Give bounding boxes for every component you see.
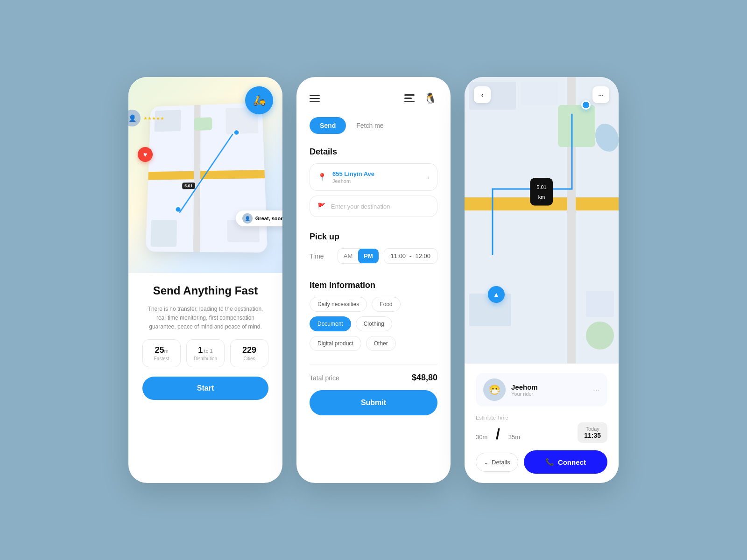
hero-section: 5.01 🛵 👤 ★★★★★ ♥ 👤 Great, soon. xyxy=(128,77,282,273)
tag-daily-necessities[interactable]: Daily necessities xyxy=(310,297,367,312)
screen1-title: Send Anything Fast xyxy=(153,284,258,297)
current-location-pin: ▲ xyxy=(488,286,505,303)
menu-line-1 xyxy=(310,95,320,96)
distance-badge: 5.01 km xyxy=(530,178,553,205)
route-svg xyxy=(465,77,619,364)
screen-landing: 5.01 🛵 👤 ★★★★★ ♥ 👤 Great, soon. Send A xyxy=(128,77,282,483)
time-main-value: 30 xyxy=(476,434,482,441)
stat-fastest-label: Fastest xyxy=(147,356,176,361)
estimate-section: Estimate Time 30m / 35m Today 11:35 xyxy=(476,415,607,443)
estimate-time: 30m / 35m xyxy=(476,426,520,443)
avatar: 👤 xyxy=(128,110,141,126)
time-secondary-unit: m xyxy=(515,434,520,441)
tag-food[interactable]: Food xyxy=(372,297,400,312)
submit-button[interactable]: Submit xyxy=(310,390,437,415)
chevron-down-icon: ⌄ xyxy=(484,459,489,466)
stat-cities-label: Cities xyxy=(234,356,264,361)
tag-other[interactable]: Other xyxy=(366,336,396,351)
time-dash: - xyxy=(409,252,411,259)
rider-avatar: 😷 xyxy=(483,378,506,401)
price-row: Tatal price $48,80 xyxy=(310,364,437,383)
back-button[interactable]: ‹ xyxy=(474,86,491,103)
pickup-location-card[interactable]: 📍 655 Linyin Ave Jeehom › xyxy=(310,163,437,191)
bubble-avatar: 👤 xyxy=(242,213,253,224)
distance-value: 5.01 xyxy=(536,184,546,190)
menu-line-2 xyxy=(310,98,320,99)
svg-rect-2 xyxy=(404,98,412,99)
time-main-unit: m xyxy=(482,434,487,441)
svg-rect-3 xyxy=(404,101,415,102)
stat-fastest-value: 25m xyxy=(147,345,176,355)
rider-options-button[interactable]: ··· xyxy=(593,385,600,395)
today-label: Today xyxy=(584,426,601,432)
tab-send[interactable]: Send xyxy=(310,117,346,134)
profile-icon[interactable]: 🐧 xyxy=(423,91,437,106)
menu-line-3 xyxy=(310,101,320,102)
bubble-text: Great, soon. xyxy=(255,216,282,221)
time-am[interactable]: AM xyxy=(338,249,359,263)
location-chevron-icon: › xyxy=(427,174,430,181)
item-info-section: Item information Daily necessities Food … xyxy=(310,280,437,351)
destination-pin xyxy=(581,100,591,110)
tag-document[interactable]: Document xyxy=(310,316,351,331)
today-badge: Today 11:35 xyxy=(578,422,607,443)
destination-placeholder: Enter your destination xyxy=(331,203,390,210)
stat-cities: 229 Cities xyxy=(230,339,268,367)
time-pm[interactable]: PM xyxy=(358,249,379,263)
rider-name: Jeehom xyxy=(511,383,587,391)
stat-cities-value: 229 xyxy=(234,345,264,355)
pickup-address: 655 Linyin Ave xyxy=(332,170,422,177)
pickup-location-icon: 📍 xyxy=(317,173,327,182)
phone-icon: 📞 xyxy=(545,458,554,466)
menu-icon[interactable] xyxy=(310,95,320,102)
connect-button[interactable]: 📞 Connect xyxy=(524,450,607,474)
list-icon[interactable] xyxy=(402,91,417,106)
details-button[interactable]: ⌄ Details xyxy=(476,453,518,472)
svg-line-0 xyxy=(179,134,234,213)
rider-card: 😷 Jeehom Your rider ··· xyxy=(476,373,607,406)
tag-clothing[interactable]: Clothing xyxy=(356,316,392,331)
tracking-bottom-panel: 😷 Jeehom Your rider ··· Estimate Time 30… xyxy=(465,364,619,483)
scooter-icon: 🛵 xyxy=(245,86,273,114)
header-actions: 🐧 xyxy=(402,91,437,106)
time-start: 11:00 xyxy=(391,252,406,259)
svg-rect-1 xyxy=(404,94,415,96)
details-label: Details xyxy=(492,459,510,466)
price-label: Tatal price xyxy=(310,374,339,382)
destination-card[interactable]: 🚩 Enter your destination xyxy=(310,196,437,217)
stat-distribution-label: Distribution xyxy=(190,356,220,361)
item-section-title: Item information xyxy=(310,280,437,290)
pickup-section: Pick up Time AM PM 11:00 - 12:00 xyxy=(310,232,437,264)
time-toggle: AM PM xyxy=(338,248,379,264)
price-value: $48,80 xyxy=(412,373,437,383)
screen-order: 🐧 Send Fetch me Details 📍 655 Linyin Ave… xyxy=(296,77,451,483)
tab-fetch[interactable]: Fetch me xyxy=(346,117,394,134)
screen1-content: Send Anything Fast There is no transfer,… xyxy=(128,273,282,483)
tag-digital[interactable]: Digital product xyxy=(310,336,361,351)
rider-role: Your rider xyxy=(511,391,587,397)
time-row: Time AM PM 11:00 - 12:00 xyxy=(310,248,437,264)
tab-bar: Send Fetch me xyxy=(310,117,394,134)
item-tags: Daily necessities Food Document Clothing… xyxy=(310,297,437,351)
action-buttons: ⌄ Details 📞 Connect xyxy=(476,450,607,474)
connect-label: Connect xyxy=(558,458,586,466)
stats-row: 25m Fastest 1 to 1 Distribution 229 Citi… xyxy=(142,339,268,367)
more-options-button[interactable]: ··· xyxy=(592,86,609,103)
time-label: Time xyxy=(310,252,333,260)
pickup-location-text: 655 Linyin Ave Jeehom xyxy=(332,170,422,184)
start-button[interactable]: Start xyxy=(142,377,268,400)
time-range: 11:00 - 12:00 xyxy=(384,248,437,264)
stat-fastest: 25m Fastest xyxy=(142,339,181,367)
star-rating: ★★★★★ xyxy=(143,116,164,121)
stat-distribution: 1 to 1 Distribution xyxy=(186,339,225,367)
favorite-icon: ♥ xyxy=(138,147,153,162)
details-section-title: Details xyxy=(310,147,437,157)
screen1-description: There is no transfer, leading to the des… xyxy=(142,305,268,332)
stat-distribution-value: 1 to 1 xyxy=(190,345,220,355)
pickup-section-title: Pick up xyxy=(310,232,437,242)
distance-unit: km xyxy=(538,195,545,200)
screen-tracking: ▲ 5.01 km ‹ ··· 😷 Jeehom Your rider ··· … xyxy=(465,77,619,483)
today-time: 11:35 xyxy=(584,432,601,439)
estimate-row: 30m / 35m Today 11:35 xyxy=(476,422,607,443)
estimate-label: Estimate Time xyxy=(476,415,607,420)
